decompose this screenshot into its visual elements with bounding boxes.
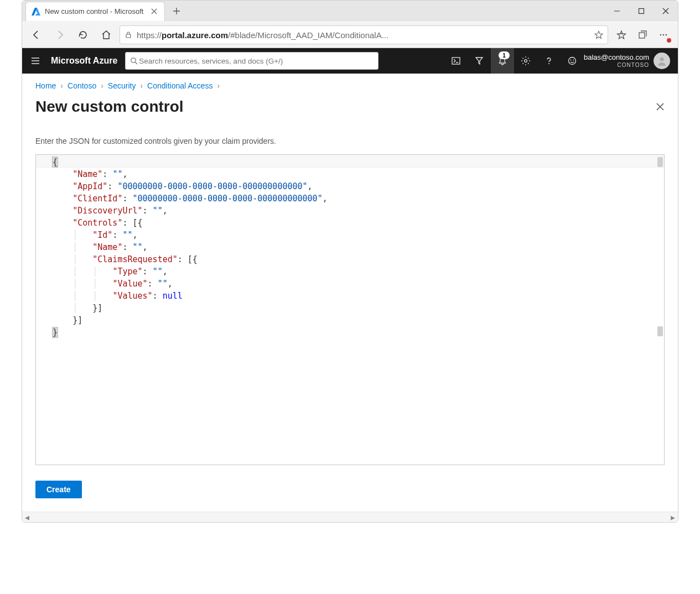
chevron-right-icon: › (217, 81, 220, 90)
nav-forward-button[interactable] (50, 25, 70, 45)
address-bar[interactable]: https://portal.azure.com/#blade/Microsof… (120, 25, 608, 44)
brand-label: Microsoft Azure (51, 56, 117, 66)
chevron-right-icon: › (140, 81, 143, 90)
blade-content: Home› Contoso› Security› Conditional Acc… (22, 74, 678, 470)
lock-icon (125, 31, 132, 39)
horizontal-scrollbar[interactable]: ◂ ▸ (22, 512, 678, 522)
azure-favicon-icon (32, 7, 40, 16)
window-close-button[interactable] (654, 1, 678, 22)
favorite-outline-icon[interactable] (594, 30, 603, 39)
svg-rect-4 (639, 33, 645, 38)
blade-close-button[interactable] (656, 102, 665, 111)
blade-description: Enter the JSON for customized controls g… (35, 137, 665, 145)
breadcrumb-conditional-access[interactable]: Conditional Access (147, 81, 212, 90)
svg-point-13 (571, 60, 572, 61)
nav-home-button[interactable] (96, 25, 116, 45)
notifications-button[interactable]: 1 (491, 48, 514, 74)
svg-point-6 (663, 34, 665, 36)
svg-point-10 (525, 60, 527, 62)
create-button[interactable]: Create (35, 481, 82, 498)
tab-close-icon[interactable] (149, 7, 159, 17)
global-search[interactable] (125, 52, 378, 70)
address-bar-url: https://portal.azure.com/#blade/Microsof… (137, 30, 590, 40)
global-search-input[interactable] (138, 56, 374, 66)
cloud-shell-button[interactable] (444, 48, 468, 74)
breadcrumb-home[interactable]: Home (35, 81, 56, 90)
nav-back-button[interactable] (27, 25, 46, 45)
search-icon (130, 57, 138, 65)
browser-tab[interactable]: New custom control - Microsoft (25, 2, 165, 21)
notification-badge: 1 (499, 51, 510, 59)
breadcrumb-contoso[interactable]: Contoso (68, 81, 96, 90)
chevron-right-icon: › (101, 81, 103, 90)
browser-tab-title: New custom control - Microsoft (45, 7, 144, 15)
svg-marker-0 (32, 8, 37, 15)
titlebar: New custom control - Microsoft (22, 1, 678, 22)
account-email: balas@contoso.com (584, 54, 649, 61)
window-maximize-button[interactable] (629, 1, 654, 22)
editor-code[interactable]: { "Name": "", "AppId": "00000000-0000-00… (36, 155, 664, 342)
azure-header: Microsoft Azure 1 balas@contoso.com CONT… (22, 48, 678, 74)
chevron-right-icon: › (60, 81, 63, 90)
settings-button[interactable] (514, 48, 537, 74)
collections-button[interactable] (632, 25, 652, 45)
account-menu[interactable]: balas@contoso.com CONTOSO (584, 53, 672, 69)
svg-point-5 (660, 34, 662, 36)
portal-menu-button[interactable] (28, 53, 43, 69)
avatar-icon (654, 53, 670, 69)
scroll-right-icon[interactable]: ▸ (668, 512, 678, 522)
svg-point-15 (660, 58, 664, 61)
svg-point-11 (548, 63, 549, 64)
breadcrumb-security[interactable]: Security (108, 81, 136, 90)
nav-refresh-button[interactable] (73, 25, 93, 45)
scroll-left-icon[interactable]: ◂ (22, 512, 32, 522)
help-button[interactable] (537, 48, 561, 74)
svg-point-14 (573, 60, 574, 61)
window-minimize-button[interactable] (605, 1, 629, 22)
svg-point-7 (666, 34, 667, 36)
browser-menu-button[interactable] (654, 25, 673, 45)
svg-rect-9 (452, 58, 460, 64)
directory-filter-button[interactable] (468, 48, 491, 74)
account-tenant: CONTOSO (584, 62, 649, 68)
json-editor[interactable]: { "Name": "", "AppId": "00000000-0000-00… (35, 154, 665, 465)
svg-point-8 (131, 58, 136, 62)
feedback-button[interactable] (561, 48, 584, 74)
svg-point-12 (569, 58, 576, 65)
browser-toolbar: https://portal.azure.com/#blade/Microsof… (22, 22, 678, 48)
alert-dot-icon (667, 38, 671, 43)
favorites-button[interactable] (611, 25, 631, 45)
page-title: New custom control (35, 98, 184, 116)
breadcrumb: Home› Contoso› Security› Conditional Acc… (35, 81, 665, 90)
svg-rect-3 (126, 34, 131, 38)
svg-rect-2 (639, 9, 644, 14)
browser-window: New custom control - Microsoft https://p… (22, 0, 678, 523)
new-tab-button[interactable] (168, 3, 185, 19)
blade-footer: Create (22, 470, 678, 512)
